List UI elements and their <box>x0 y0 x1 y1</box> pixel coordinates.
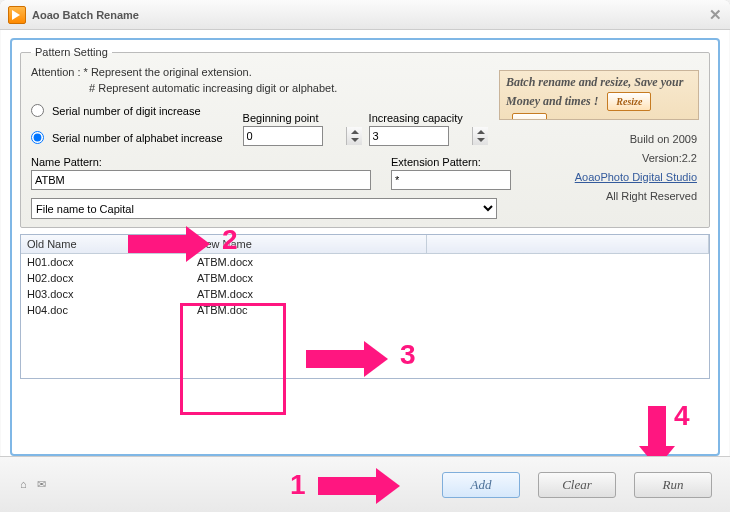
col-old-name[interactable]: Old Name <box>21 235 191 254</box>
name-pattern-input[interactable] <box>31 170 371 190</box>
home-icon[interactable]: ⌂ <box>20 478 27 491</box>
table-row[interactable]: H04.docATBM.doc <box>21 302 709 318</box>
rename-preview-table: Old Name New Name H01.docxATBM.docx H02.… <box>20 234 710 379</box>
table-row[interactable]: H03.docxATBM.docx <box>21 286 709 302</box>
radio-digit-increase[interactable] <box>31 104 44 117</box>
radio-alpha-increase[interactable] <box>31 131 44 144</box>
name-pattern-label: Name Pattern: <box>31 156 371 168</box>
promo-banner: Batch rename and resize, Save your Money… <box>499 70 699 120</box>
clear-button[interactable]: Clear <box>538 472 616 498</box>
increasing-capacity-label: Increasing capacity <box>369 112 489 124</box>
window-title: Aoao Batch Rename <box>32 9 139 21</box>
close-icon[interactable]: ✕ <box>709 6 722 24</box>
table-row[interactable]: H01.docxATBM.docx <box>21 254 709 271</box>
mail-icon[interactable]: ✉ <box>37 478 46 491</box>
filename-case-select[interactable]: File name to Capital <box>31 198 497 219</box>
increasing-capacity-input[interactable] <box>369 126 449 146</box>
footer-bar: ⌂ ✉ Add Clear Run 1 <box>0 456 730 512</box>
app-icon <box>8 6 26 24</box>
meta-info: Build on 2009 Version:2.2 AoaoPhoto Digi… <box>507 130 697 206</box>
col-spare[interactable] <box>426 235 709 254</box>
table-row[interactable]: H02.docxATBM.docx <box>21 270 709 286</box>
radio-digit-label: Serial number of digit increase <box>52 105 201 117</box>
radio-alpha-label: Serial number of alphabet increase <box>52 132 223 144</box>
promo-resize-button[interactable]: Resize <box>607 92 651 111</box>
col-new-name[interactable]: New Name <box>191 235 426 254</box>
beginning-point-label: Beginning point <box>243 112 363 124</box>
spinner-arrows-icon[interactable] <box>346 127 362 145</box>
annotation-arrow-1 <box>318 477 376 495</box>
annotation-num-1: 1 <box>290 469 306 501</box>
titlebar: Aoao Batch Rename ✕ <box>0 0 730 30</box>
extension-pattern-label: Extension Pattern: <box>391 156 511 168</box>
pattern-legend: Pattern Setting <box>31 46 112 58</box>
spinner-arrows-icon[interactable] <box>472 127 488 145</box>
add-button[interactable]: Add <box>442 472 520 498</box>
promo-rename-button[interactable]: Ren <box>512 113 547 120</box>
extension-pattern-input[interactable] <box>391 170 511 190</box>
run-button[interactable]: Run <box>634 472 712 498</box>
beginning-point-input[interactable] <box>243 126 323 146</box>
studio-link[interactable]: AoaoPhoto Digital Studio <box>575 171 697 183</box>
pattern-setting-group: Pattern Setting Attention : * Represent … <box>20 46 710 228</box>
